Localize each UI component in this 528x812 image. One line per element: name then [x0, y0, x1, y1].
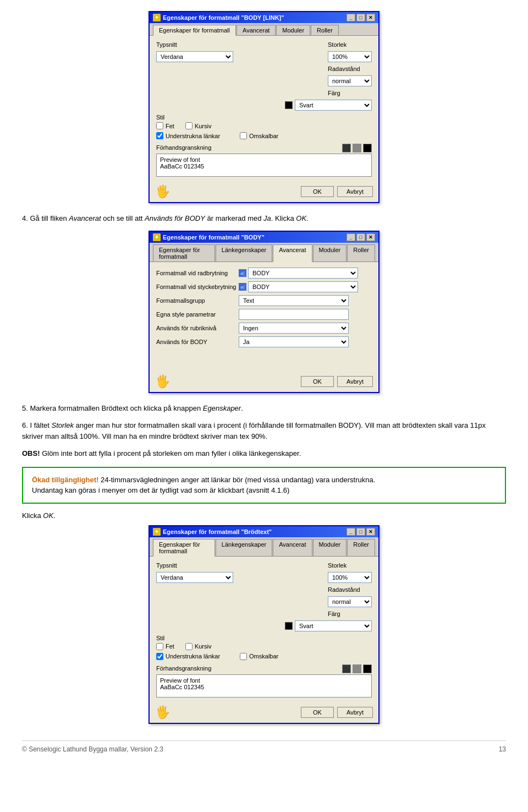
tab-lankegenskaper-2[interactable]: Länkegenskaper — [216, 244, 272, 261]
tab-avancerat-3[interactable]: Avancerat — [273, 539, 312, 556]
step4-num: 4. — [22, 214, 28, 222]
kursiv-check-1[interactable]: Kursiv — [185, 122, 212, 129]
body-icon-1: a| — [239, 283, 246, 291]
color-swatch-1 — [285, 101, 293, 109]
kursiv-checkbox-3[interactable] — [185, 643, 193, 650]
tab-eigenschaper-2[interactable]: Egenskaper för formatmall — [153, 244, 215, 261]
dialog-body-avancerat: ✦ Egenskaper för formatmall "BODY" _ □ ✕… — [148, 231, 380, 393]
dialog-icon-1: ✦ — [153, 14, 161, 21]
storlek-select-3[interactable]: 100% — [328, 572, 372, 583]
avbryt-btn-1[interactable]: Avbryt — [337, 186, 373, 197]
radavstand-label-3: Radavstånd — [328, 586, 372, 593]
restore-btn-1[interactable]: □ — [356, 14, 365, 21]
dialog-icon-3: ✦ — [153, 528, 161, 536]
preview-box-1: Preview of font AaBaCc 012345 — [156, 154, 372, 177]
kursiv-checkbox-1[interactable] — [185, 122, 193, 129]
adv-label-1: Formatmall vid styckebrytning — [156, 284, 239, 290]
preview-color-dark-1 — [342, 144, 351, 152]
adv-row-0: Formatmall vid radbrytning a| BODY — [156, 268, 372, 279]
adv-select-0[interactable]: BODY — [248, 268, 358, 279]
ok-btn-2[interactable]: OK — [301, 376, 334, 387]
hand-icon-2: 🖐 — [155, 374, 170, 389]
fet-check-1[interactable]: Fet — [156, 122, 174, 129]
tab-eigenschaper-3[interactable]: Egenskaper för formatmall — [153, 539, 215, 557]
step6-paragraph: 6. I fältet Storlek anger man hur stor f… — [22, 420, 506, 442]
tab-lankegenskaper-3[interactable]: Länkegenskaper — [216, 539, 272, 556]
dialog-tabs-2: Egenskaper för formatmall Länkegenskaper… — [150, 243, 378, 262]
preview-section-3: Förhandsgranskning Preview of font AaBaC… — [156, 664, 372, 697]
understrukna-checkbox-3[interactable] — [156, 653, 163, 660]
omskalbar-checkbox-1[interactable] — [240, 132, 247, 139]
radavstand-row-3: Radavstånd — [156, 586, 372, 593]
fet-checkbox-1[interactable] — [156, 122, 163, 129]
tab-roller-3[interactable]: Roller — [347, 539, 375, 556]
typsnitt-select-3[interactable]: Verdana — [156, 572, 233, 583]
tab-avancerat-1[interactable]: Avancerat — [237, 25, 276, 35]
omskalbar-checkbox-3[interactable] — [240, 653, 247, 660]
storlek-select-1[interactable]: 100% — [328, 51, 372, 62]
titlebar-left-1: ✦ Egenskaper för formatmall "BODY [LINK]… — [153, 14, 284, 21]
dialog-tabs-1: Egenskaper för formatmall Avancerat Modu… — [150, 23, 378, 36]
omskalbar-check-1[interactable]: Omskalbar — [240, 132, 278, 139]
step5-paragraph: 5. Markera formatmallen Brödtext och kli… — [22, 403, 506, 414]
kursiv-check-3[interactable]: Kursiv — [185, 643, 212, 650]
understrukna-row-3: Understrukna länkar Omskalbar — [156, 653, 372, 660]
farg-select-1[interactable]: Svart — [295, 100, 372, 111]
tab-roller-2[interactable]: Roller — [347, 244, 375, 261]
understrukna-check-1[interactable]: Understrukna länkar — [156, 132, 220, 139]
dialog-title-3: Egenskaper för formatmall "Brödtext" — [163, 528, 272, 535]
farg-field-3: Svart — [285, 620, 372, 631]
tab-eigenschaper-1[interactable]: Egenskaper för formatmall — [153, 25, 236, 36]
typsnitt-controls-3: Verdana 100% — [156, 572, 372, 583]
preview-color-dark-3 — [342, 664, 351, 673]
click-ok-text: Klicka OK. — [22, 511, 56, 520]
close-btn-2[interactable]: ✕ — [366, 233, 375, 241]
tab-roller-1[interactable]: Roller — [311, 25, 339, 35]
radavstand-select-1[interactable]: normal — [328, 75, 372, 86]
ok-btn-1[interactable]: OK — [301, 186, 334, 197]
step4-paragraph: 4. Gå till fliken Avancerat och se till … — [22, 213, 506, 224]
restore-btn-3[interactable]: □ — [356, 528, 365, 536]
radavstand-select-3[interactable]: normal — [328, 596, 372, 607]
preview-color-mid-1 — [353, 144, 361, 152]
close-btn-1[interactable]: ✕ — [366, 14, 375, 21]
farg-row-label-3: Färg — [156, 611, 372, 617]
adv-input-3[interactable] — [239, 309, 349, 320]
farg-select-3[interactable]: Svart — [295, 620, 372, 631]
adv-select-4[interactable]: Ingen — [239, 323, 349, 334]
avbryt-btn-2[interactable]: Avbryt — [337, 376, 373, 387]
minimize-btn-3[interactable]: _ — [346, 528, 355, 536]
adv-row-5: Används för BODY Ja — [156, 336, 372, 347]
dialog-titlebar-1: ✦ Egenskaper för formatmall "BODY [LINK]… — [150, 12, 378, 23]
typsnitt-select-1[interactable]: Verdana — [156, 51, 233, 62]
farg-field-1: Svart — [285, 100, 372, 111]
obs-paragraph: OBS! Glöm inte bort att fylla i procent … — [22, 448, 506, 459]
omskalbar-check-3[interactable]: Omskalbar — [240, 653, 278, 660]
minimize-btn-1[interactable]: _ — [346, 14, 355, 21]
tab-moduler-1[interactable]: Moduler — [276, 25, 310, 35]
avbryt-btn-3[interactable]: Avbryt — [337, 707, 373, 718]
step5-text: Markera formatmallen Brödtext och klicka… — [30, 404, 243, 412]
tab-avancerat-2[interactable]: Avancerat — [273, 244, 312, 262]
restore-btn-2[interactable]: □ — [356, 233, 365, 241]
typsnitt-label-3: Typsnitt — [156, 562, 200, 569]
typsnitt-row-3: Typsnitt Storlek — [156, 562, 372, 569]
fet-checkbox-3[interactable] — [156, 643, 163, 650]
minimize-btn-2[interactable]: _ — [346, 233, 355, 241]
adv-label-5: Används för BODY — [156, 339, 239, 345]
tab-moduler-3[interactable]: Moduler — [313, 539, 347, 556]
understrukna-check-3[interactable]: Understrukna länkar — [156, 653, 220, 660]
fet-check-3[interactable]: Fet — [156, 643, 174, 650]
adv-select-1[interactable]: BODY — [248, 281, 358, 292]
ok-btn-3[interactable]: OK — [301, 707, 334, 718]
forhandsgranskning-label-3: Förhandsgranskning — [156, 665, 211, 672]
preview-color-mid-3 — [353, 664, 361, 673]
close-btn-3[interactable]: ✕ — [366, 528, 375, 536]
typsnitt-label-1: Typsnitt — [156, 41, 200, 48]
adv-select-2[interactable]: Text — [239, 295, 349, 306]
adv-select-5[interactable]: Ja — [239, 336, 349, 347]
understrukna-checkbox-1[interactable] — [156, 132, 163, 139]
stil-section-1: Stil Fet Kursiv — [156, 114, 372, 129]
typsnitt-row-1: Typsnitt Storlek — [156, 41, 372, 48]
tab-moduler-2[interactable]: Moduler — [313, 244, 347, 261]
